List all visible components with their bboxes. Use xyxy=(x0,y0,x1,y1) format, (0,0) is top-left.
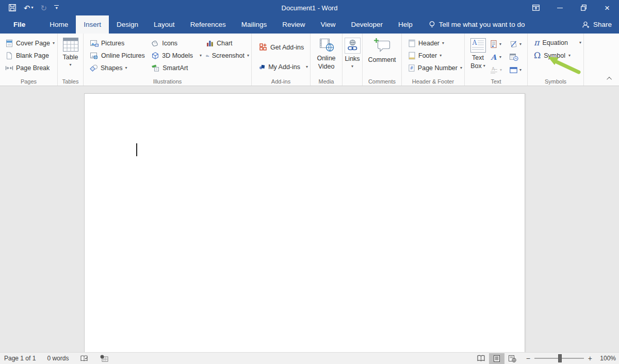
table-label: Table xyxy=(63,54,78,62)
shapes-label: Shapes xyxy=(101,64,122,72)
chart-button[interactable]: Chart xyxy=(204,38,251,48)
text-box-label-1: Text xyxy=(472,54,484,62)
icons-button[interactable]: Icons xyxy=(149,38,204,48)
chevron-down-icon[interactable]: ▾ xyxy=(31,6,34,10)
document-area xyxy=(0,87,619,352)
web-layout-button[interactable] xyxy=(504,353,520,364)
tell-me-box[interactable]: Tell me what you want to do xyxy=(429,15,525,34)
my-add-ins-icon xyxy=(259,62,266,71)
my-add-ins-button[interactable]: My Add-ins ▾ xyxy=(257,61,310,72)
text-box-button[interactable]: A Text Box▾ xyxy=(468,34,488,86)
date-time-button[interactable] xyxy=(508,51,527,63)
print-layout-button[interactable] xyxy=(489,353,504,364)
tab-insert[interactable]: Insert xyxy=(76,15,109,34)
tab-mailings[interactable]: Mailings xyxy=(234,15,275,34)
macro-icon xyxy=(100,355,108,362)
read-mode-icon xyxy=(477,355,485,362)
tab-references[interactable]: References xyxy=(183,15,234,34)
group-label-header-footer: Header & Footer xyxy=(402,78,464,85)
ribbon-display-options-button[interactable] xyxy=(524,0,548,15)
page-number-button[interactable]: # Page Number ▾ xyxy=(406,62,464,73)
shapes-button[interactable]: Shapes ▾ xyxy=(88,62,149,73)
online-video-button[interactable]: Online Video xyxy=(311,34,342,71)
document-page[interactable] xyxy=(84,93,525,352)
chevron-down-icon: ▾ xyxy=(439,54,442,58)
save-icon[interactable] xyxy=(8,4,17,12)
web-layout-icon xyxy=(508,355,516,362)
proofing-book-icon xyxy=(80,355,89,362)
comment-button[interactable]: Comment xyxy=(363,34,401,64)
signature-line-button[interactable]: A ▾ xyxy=(488,63,508,76)
online-video-label-2: Video xyxy=(318,63,335,71)
footer-icon xyxy=(408,52,416,60)
customize-quick-access-button[interactable]: ▾ xyxy=(54,5,59,10)
tab-home[interactable]: Home xyxy=(42,15,76,34)
zoom-out-button[interactable]: − xyxy=(526,354,530,362)
smartart-icon xyxy=(151,64,160,72)
wordart-button[interactable]: ▾ xyxy=(508,38,527,51)
zoom-slider-track[interactable] xyxy=(534,358,584,359)
word-count[interactable]: 0 words xyxy=(47,355,69,362)
chevron-down-icon: ▾ xyxy=(56,6,58,10)
group-label-media: Media xyxy=(311,78,342,85)
cover-page-label: Cover Page xyxy=(16,40,50,47)
equation-label: Equation xyxy=(543,39,568,46)
page-break-button[interactable]: Page Break xyxy=(3,62,57,73)
zoom-level[interactable]: 100% xyxy=(596,355,616,362)
share-button[interactable]: Share xyxy=(582,15,612,34)
3d-models-label: 3D Models xyxy=(162,52,193,59)
group-media: Online Video Media xyxy=(311,34,343,86)
page-number-icon: # xyxy=(408,64,415,72)
tab-review[interactable]: Review xyxy=(274,15,313,34)
get-add-ins-button[interactable]: Get Add-ins xyxy=(257,42,310,53)
collapse-ribbon-button[interactable] xyxy=(606,75,614,81)
tab-developer[interactable]: Developer xyxy=(344,15,391,34)
cover-page-button[interactable]: Cover Page ▾ xyxy=(3,38,57,48)
status-bar: Page 1 of 1 0 words − + 100% xyxy=(0,352,619,364)
chevron-down-icon: ▾ xyxy=(579,41,581,45)
tab-view[interactable]: View xyxy=(313,15,343,34)
chart-icon xyxy=(206,39,214,47)
tab-file[interactable]: File xyxy=(2,15,37,34)
object-button[interactable]: ▾ xyxy=(508,63,527,76)
redo-icon: ↻ xyxy=(41,4,47,12)
pictures-button[interactable]: Pictures xyxy=(88,38,149,48)
smartart-button[interactable]: SmartArt xyxy=(149,62,204,73)
proofing-status-button[interactable] xyxy=(80,355,89,362)
links-button[interactable]: Links ▾ xyxy=(343,34,362,69)
minimize-icon xyxy=(557,8,563,8)
undo-button[interactable]: ↶ ▾ xyxy=(24,4,34,12)
drop-cap-button[interactable]: A ▾ xyxy=(488,51,508,63)
page-indicator[interactable]: Page 1 of 1 xyxy=(4,355,36,362)
tab-design[interactable]: Design xyxy=(109,15,146,34)
equation-button[interactable]: π Equation ▾ xyxy=(534,39,581,47)
text-box-icon: A xyxy=(470,38,486,53)
online-pictures-button[interactable]: Online Pictures xyxy=(88,50,149,61)
blank-page-button[interactable]: Blank Page xyxy=(3,50,57,61)
quick-parts-button[interactable]: ▾ xyxy=(488,38,508,51)
online-pictures-icon xyxy=(90,52,99,60)
group-header-footer: Header ▾ Footer ▾ # Page Number ▾ Header… xyxy=(402,34,465,86)
table-button[interactable]: Table ▾ xyxy=(58,34,83,67)
zoom-slider-thumb[interactable] xyxy=(558,354,562,362)
tab-help[interactable]: Help xyxy=(390,15,420,34)
tab-layout[interactable]: Layout xyxy=(146,15,183,34)
chevron-down-icon: ▾ xyxy=(460,66,462,70)
print-layout-icon xyxy=(493,355,500,362)
close-button[interactable]: × xyxy=(595,0,619,15)
footer-button[interactable]: Footer ▾ xyxy=(406,50,464,61)
chevron-down-icon: ▾ xyxy=(53,41,55,45)
group-pages: Cover Page ▾ Blank Page Page Break Pages xyxy=(0,34,58,86)
symbol-button[interactable]: Ω Symbol ▾ xyxy=(534,52,581,60)
restore-button[interactable] xyxy=(572,0,595,15)
read-mode-button[interactable] xyxy=(474,353,489,364)
screenshot-button[interactable]: Screenshot ▾ xyxy=(204,50,251,61)
minimize-button[interactable] xyxy=(548,0,572,15)
header-button[interactable]: Header ▾ xyxy=(406,38,464,48)
chevron-down-icon: ▾ xyxy=(247,54,249,58)
group-illustrations: Pictures Online Pictures Shapes ▾ Icons … xyxy=(84,34,252,86)
group-label-tables: Tables xyxy=(58,78,83,85)
3d-models-button[interactable]: 3D Models ▾ xyxy=(149,50,204,61)
zoom-in-button[interactable]: + xyxy=(588,354,592,362)
macro-recording-button[interactable] xyxy=(100,355,108,362)
